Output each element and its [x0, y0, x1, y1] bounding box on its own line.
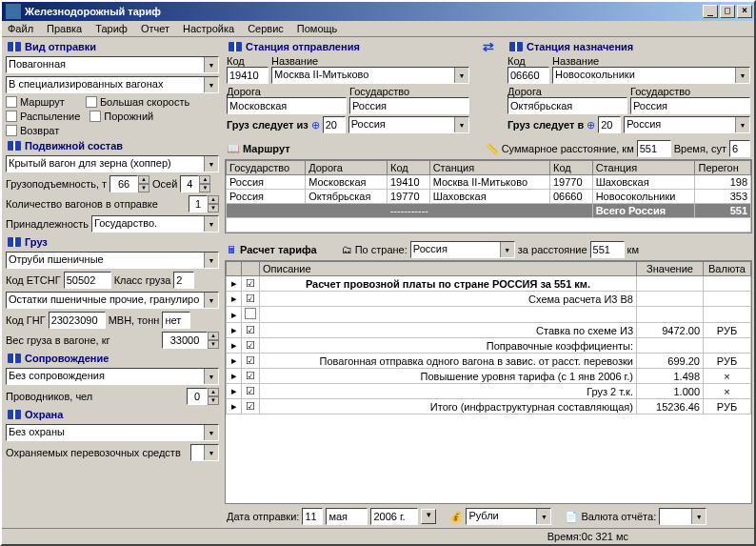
- cargo-header: Груз: [25, 236, 48, 248]
- book-icon: [8, 354, 21, 363]
- send-type-select[interactable]: Повагонная: [6, 56, 219, 73]
- cargo-name-select[interactable]: Отруби пшеничные: [6, 252, 219, 269]
- minimize-button[interactable]: _: [703, 5, 718, 18]
- etsng-input[interactable]: [64, 272, 111, 289]
- menu-settings[interactable]: Настройка: [183, 23, 234, 34]
- wagon-type-select[interactable]: В специализированных вагонах: [6, 76, 219, 93]
- report-icon: 📄: [565, 511, 578, 523]
- book-icon: [8, 410, 21, 419]
- book-icon: [509, 42, 523, 51]
- menu-edit[interactable]: Правка: [47, 23, 82, 34]
- route-time[interactable]: [729, 140, 750, 157]
- dep-header: Станция отправления: [246, 41, 360, 52]
- globe-icon: ⊕: [587, 119, 595, 131]
- axles-spin[interactable]: ▲▼: [180, 175, 210, 192]
- book-icon: [8, 141, 21, 151]
- arr-header: Станция назначения: [527, 41, 633, 52]
- book-icon: [8, 42, 21, 51]
- swap-icon[interactable]: ⇄: [479, 39, 498, 54]
- menubar: Файл Правка Тариф Отчет Настройка Сервис…: [2, 21, 754, 37]
- dep-follow-n[interactable]: [323, 116, 346, 133]
- own-select[interactable]: Государство.: [91, 215, 219, 233]
- layers-icon: 🗂: [342, 244, 352, 255]
- arr-road-input[interactable]: [507, 97, 627, 114]
- weight-spin[interactable]: ▲▼: [162, 332, 219, 349]
- date-month[interactable]: [326, 508, 368, 525]
- route-dist[interactable]: [637, 140, 671, 157]
- escort-header: Сопровождение: [25, 353, 109, 364]
- arr-state-input[interactable]: [630, 97, 750, 114]
- count-spin[interactable]: ▲▼: [189, 195, 219, 212]
- guard-select[interactable]: Без охраны: [6, 424, 219, 441]
- chk-speed[interactable]: [86, 96, 97, 108]
- dep-road-input[interactable]: [227, 97, 347, 114]
- rolling-header: Подвижной состав: [25, 140, 123, 152]
- date-day[interactable]: [302, 508, 323, 525]
- load-spin[interactable]: ▲▼: [109, 175, 149, 192]
- chk-spray[interactable]: [6, 111, 17, 122]
- ruler-icon: 📏: [486, 143, 499, 155]
- menu-file[interactable]: Файл: [8, 23, 33, 34]
- menu-help[interactable]: Помощь: [297, 23, 338, 34]
- globe-icon: ⊕: [311, 119, 320, 131]
- dep-follow-c[interactable]: Россия: [348, 116, 469, 133]
- guard-header: Охрана: [25, 409, 63, 420]
- arr-name-select[interactable]: Новосокольники: [552, 67, 750, 84]
- menu-service[interactable]: Сервис: [248, 23, 284, 34]
- calc-icon: 🖩: [227, 244, 237, 255]
- book-icon: [229, 42, 242, 51]
- calc-header: Расчет тарифа: [240, 244, 317, 255]
- menu-tariff[interactable]: Тариф: [95, 23, 128, 34]
- status-time: Время:0с 321 мс: [547, 531, 628, 542]
- dep-name-select[interactable]: Москва II-Митьково: [271, 67, 469, 84]
- date-picker-button[interactable]: ▾: [421, 509, 436, 524]
- route-grid[interactable]: ГосударствоДорогаКодСтанцияКодСтанцияПер…: [225, 159, 752, 233]
- calc-country-select[interactable]: Россия: [410, 241, 515, 258]
- chk-return[interactable]: [6, 125, 17, 136]
- chk-empty[interactable]: [90, 111, 101, 122]
- close-button[interactable]: ×: [737, 5, 752, 18]
- route-icon: 📖: [227, 143, 240, 155]
- arr-follow-n[interactable]: [598, 116, 621, 133]
- dep-code-input[interactable]: [227, 67, 269, 84]
- cond-spin[interactable]: ▲▼: [187, 388, 219, 405]
- guard-means-select[interactable]: [190, 444, 219, 461]
- class-input[interactable]: [173, 272, 194, 289]
- rolling-type-select[interactable]: Крытый вагон для зерна (хоппер): [6, 155, 219, 172]
- dep-state-input[interactable]: [349, 97, 469, 114]
- cargo-rest-select[interactable]: Остатки пшеничные прочие, гранулиро: [6, 292, 219, 309]
- arr-code-input[interactable]: [507, 67, 549, 84]
- window-title: Железнодорожный тариф: [25, 6, 703, 17]
- escort-select[interactable]: Без сопровождения: [6, 368, 219, 385]
- menu-report[interactable]: Отчет: [141, 23, 169, 34]
- chk-marshrut[interactable]: [6, 96, 17, 108]
- date-year[interactable]: [370, 508, 418, 525]
- send-header: Вид отправки: [25, 41, 96, 52]
- route-header: Маршрут: [243, 143, 290, 154]
- maximize-button[interactable]: □: [720, 5, 735, 18]
- report-currency-select[interactable]: [659, 508, 706, 525]
- mvn-input[interactable]: [162, 312, 190, 329]
- calc-dist[interactable]: [590, 241, 625, 258]
- gng-input[interactable]: [49, 312, 106, 329]
- currency-icon: 💰: [449, 511, 463, 523]
- app-icon: [6, 4, 21, 19]
- arr-follow-c[interactable]: Россия: [624, 116, 750, 133]
- book-icon: [8, 237, 21, 247]
- currency-select[interactable]: Рубли: [466, 508, 551, 525]
- calc-grid[interactable]: ОписаниеЗначениеВалюта▸☑Расчет провозной…: [225, 260, 752, 504]
